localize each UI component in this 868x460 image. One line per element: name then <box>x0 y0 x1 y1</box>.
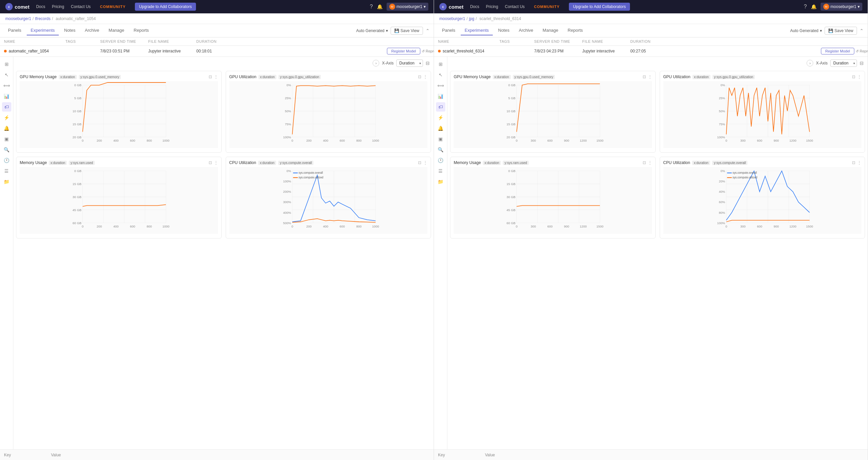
chart-title-actions: ⊡ ⋮ <box>209 160 218 165</box>
chart-more-button[interactable]: ⋮ <box>857 160 861 165</box>
expand-icon[interactable]: ⟺ <box>436 81 445 90</box>
docs-link[interactable]: Docs <box>36 4 45 9</box>
list-icon[interactable]: ☰ <box>2 166 11 176</box>
bell-icon[interactable]: 🔔 <box>2 124 11 133</box>
chart-title-row: GPU Utilizationx:durationy:sys.gpu.0.gpu… <box>663 75 862 79</box>
chart-svg: 60 GB45 GB30 GB15 GB0 GB0300600900120015… <box>454 167 652 234</box>
expand-arrow[interactable]: › <box>807 60 813 66</box>
chart-more-button[interactable]: ⋮ <box>648 160 652 165</box>
cursor-icon[interactable]: ↖ <box>436 70 445 80</box>
chart-title: CPU Utilization <box>229 160 256 165</box>
clock-icon[interactable]: 🕐 <box>2 156 11 165</box>
pricing-link[interactable]: Pricing <box>52 4 64 9</box>
pricing-link[interactable]: Pricing <box>486 4 498 9</box>
auto-generated[interactable]: Auto Generated ▾ <box>790 28 822 33</box>
tag-icon[interactable]: 🏷 <box>436 102 445 112</box>
contact-link[interactable]: Contact Us <box>505 4 524 9</box>
chart-more-button[interactable]: ⋮ <box>423 75 427 79</box>
breadcrumb-project[interactable]: jpg <box>469 17 474 21</box>
chart-icon[interactable]: 📊 <box>436 91 445 101</box>
reproduce-icon: ↺ <box>422 49 425 53</box>
folder-icon[interactable]: 📁 <box>436 177 445 186</box>
tab-archive[interactable]: Archive <box>515 26 537 35</box>
subnav-right: Auto Generated ▾ 💾 Save View ⌃ <box>356 27 430 35</box>
chart-expand-button[interactable]: ⊡ <box>852 160 855 165</box>
save-view-button[interactable]: 💾 Save View <box>825 27 857 35</box>
col-name: NAME <box>4 39 64 44</box>
bell-icon[interactable]: 🔔 <box>436 124 445 133</box>
tab-notes[interactable]: Notes <box>494 26 514 35</box>
save-view-button[interactable]: 💾 Save View <box>391 27 423 35</box>
tab-archive[interactable]: Archive <box>81 26 103 35</box>
expand-icon[interactable]: ⟺ <box>2 81 11 90</box>
xaxis-select[interactable]: Duration <box>830 59 857 67</box>
chart-expand-button[interactable]: ⊡ <box>643 160 646 165</box>
clock-icon[interactable]: 🕐 <box>436 156 445 165</box>
list-icon[interactable]: ☰ <box>436 166 445 176</box>
auto-generated[interactable]: Auto Generated ▾ <box>356 28 388 33</box>
chart-more-button[interactable]: ⋮ <box>857 75 861 79</box>
breadcrumb-user[interactable]: mooseburger1 <box>439 17 465 21</box>
collapse-button[interactable]: ⌃ <box>860 28 864 33</box>
xaxis-select[interactable]: Duration <box>396 59 423 67</box>
chart-expand-button[interactable]: ⊡ <box>209 75 212 79</box>
lightning-icon[interactable]: ⚡ <box>436 113 445 122</box>
register-model-button[interactable]: Register Model <box>821 48 854 54</box>
tab-experiments[interactable]: Experiments <box>461 26 493 35</box>
chart-more-button[interactable]: ⋮ <box>214 75 218 79</box>
tab-reports[interactable]: Reports <box>563 26 587 35</box>
logo[interactable]: c comet <box>439 3 463 10</box>
chart-expand-button[interactable]: ⊡ <box>418 160 421 165</box>
help-icon[interactable]: ? <box>804 4 807 10</box>
grid-view-icon[interactable]: ⊟ <box>426 60 430 66</box>
logo-text: comet <box>15 4 29 10</box>
grid-icon[interactable]: ⊞ <box>2 59 11 69</box>
cursor-icon[interactable]: ↖ <box>2 70 11 80</box>
folder-icon[interactable]: 📁 <box>2 177 11 186</box>
search-icon[interactable]: 🔍 <box>2 145 11 154</box>
svg-text:300: 300 <box>740 139 745 142</box>
user-menu[interactable]: M mooseburger1 ▾ <box>820 3 862 11</box>
chart-expand-button[interactable]: ⊡ <box>209 160 212 165</box>
layers-icon[interactable]: ▣ <box>436 134 445 144</box>
collapse-button[interactable]: ⌃ <box>426 28 430 33</box>
chart-more-button[interactable]: ⋮ <box>648 75 652 79</box>
user-menu[interactable]: M mooseburger1 ▾ <box>386 3 428 11</box>
help-icon[interactable]: ? <box>370 4 373 10</box>
register-model-button[interactable]: Register Model <box>387 48 420 54</box>
chart-expand-button[interactable]: ⊡ <box>418 75 421 79</box>
charts-area: › X-Axis Duration ▾ ⊟ GPU Memory Usagex:… <box>13 57 434 449</box>
chart-expand-button[interactable]: ⊡ <box>852 75 855 79</box>
expand-arrow[interactable]: › <box>373 60 379 66</box>
tab-panels[interactable]: Panels <box>4 26 25 35</box>
grid-view-icon[interactable]: ⊟ <box>860 60 864 66</box>
upgrade-button[interactable]: Upgrade to Add Collaborators <box>569 3 630 11</box>
upgrade-button[interactable]: Upgrade to Add Collaborators <box>135 3 196 11</box>
grid-icon[interactable]: ⊞ <box>436 59 445 69</box>
svg-text:600: 600 <box>130 139 135 142</box>
username: mooseburger1 <box>831 4 856 9</box>
breadcrumb-project[interactable]: tfrecords <box>35 17 51 21</box>
reproduce-button[interactable]: ↺ Reproduce <box>856 49 868 53</box>
breadcrumb-user[interactable]: mooseburger1 <box>5 17 31 21</box>
chart-more-button[interactable]: ⋮ <box>423 160 427 165</box>
chevron-down-icon: ▾ <box>820 28 822 33</box>
tab-manage[interactable]: Manage <box>104 26 128 35</box>
tab-panels[interactable]: Panels <box>438 26 459 35</box>
tab-manage[interactable]: Manage <box>538 26 562 35</box>
docs-link[interactable]: Docs <box>470 4 479 9</box>
bell-icon[interactable]: 🔔 <box>811 4 816 9</box>
tag-icon[interactable]: 🏷 <box>2 102 11 112</box>
bell-icon[interactable]: 🔔 <box>377 4 382 9</box>
logo[interactable]: c comet <box>5 3 29 10</box>
tab-experiments[interactable]: Experiments <box>27 26 59 35</box>
lightning-icon[interactable]: ⚡ <box>2 113 11 122</box>
chart-more-button[interactable]: ⋮ <box>214 160 218 165</box>
chart-icon[interactable]: 📊 <box>2 91 11 101</box>
chart-expand-button[interactable]: ⊡ <box>643 75 646 79</box>
tab-notes[interactable]: Notes <box>60 26 80 35</box>
contact-link[interactable]: Contact Us <box>71 4 90 9</box>
layers-icon[interactable]: ▣ <box>2 134 11 144</box>
tab-reports[interactable]: Reports <box>129 26 153 35</box>
search-icon[interactable]: 🔍 <box>436 145 445 154</box>
